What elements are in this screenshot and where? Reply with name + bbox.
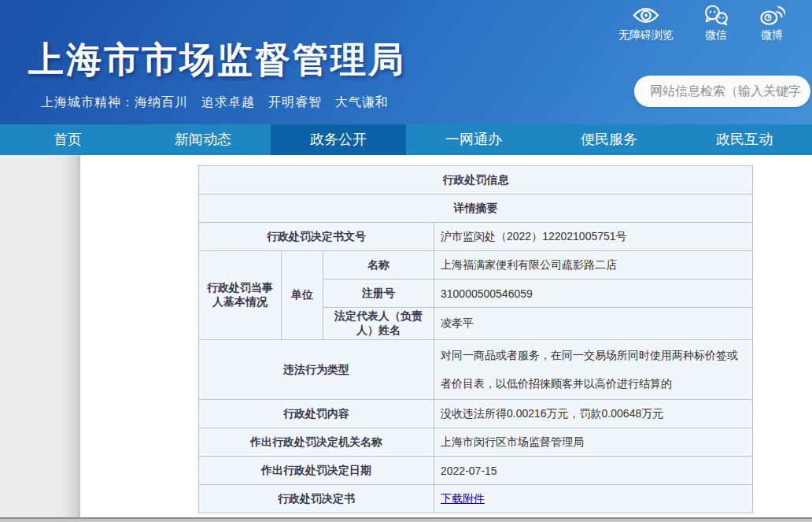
authority-value: 上海市闵行区市场监督管理局 xyxy=(434,428,753,457)
violation-type-value: 对同一商品或者服务，在同一交易场所同时使用两种标价签或者价目表，以低价招徕顾客并… xyxy=(434,340,753,400)
table-row: 行政处罚当事人基本情况 单位 名称 上海福满家便利有限公司疏影路二店 xyxy=(199,251,753,280)
penalty-info-table: 行政处罚信息 详情摘要 行政处罚决定书文号 沪市监闵处（2022）1220210… xyxy=(198,165,753,513)
decision-date-label: 作出行政处罚决定日期 xyxy=(199,457,434,485)
table-row: 详情摘要 xyxy=(199,194,753,223)
penalty-content-value: 没收违法所得0.00216万元，罚款0.00648万元 xyxy=(434,400,753,428)
table-row: 行政处罚信息 xyxy=(199,166,753,194)
main-content: 行政处罚信息 详情摘要 行政处罚决定书文号 沪市监闵处（2022）1220210… xyxy=(0,155,812,522)
decision-date-value: 2022-07-15 xyxy=(434,457,753,485)
bottom-divider xyxy=(0,517,812,522)
site-search-box[interactable] xyxy=(634,76,810,107)
nav-item-home[interactable]: 首页 xyxy=(0,124,135,155)
page: 上海市市场监督管理局 上海城市精神：海纳百川 追求卓越 开明睿智 大气谦和 无障… xyxy=(0,0,812,522)
accessibility-link[interactable]: 无障碍浏览 xyxy=(618,5,674,43)
wechat-label: 微信 xyxy=(705,28,727,43)
party-basic-info-label: 行政处罚当事人基本情况 xyxy=(199,251,282,340)
legal-rep-value: 凌孝平 xyxy=(434,308,753,340)
accessibility-label: 无障碍浏览 xyxy=(618,28,674,43)
summary-title: 详情摘要 xyxy=(199,194,753,223)
party-name-value: 上海福满家便利有限公司疏影路二店 xyxy=(434,251,753,280)
table-row: 作出行政处罚决定日期 2022-07-15 xyxy=(199,457,753,485)
site-header: 上海市市场监督管理局 上海城市精神：海纳百川 追求卓越 开明睿智 大气谦和 无障… xyxy=(0,0,812,124)
nav-item-interaction[interactable]: 政民互动 xyxy=(677,124,812,155)
nav-item-one-stop[interactable]: 一网通办 xyxy=(406,124,541,155)
nav-item-public-service[interactable]: 便民服务 xyxy=(541,124,677,155)
table-row: 作出行政处罚决定机关名称 上海市闵行区市场监督管理局 xyxy=(199,428,753,457)
table-title: 行政处罚信息 xyxy=(199,166,753,194)
weibo-link[interactable]: 微博 xyxy=(758,5,785,43)
reg-no-label: 注册号 xyxy=(323,280,434,308)
accessibility-eye-icon xyxy=(633,5,659,26)
legal-rep-label: 法定代表人（负责人）姓名 xyxy=(323,308,434,340)
main-nav: 首页 新闻动态 政务公开 一网通办 便民服务 政民互动 xyxy=(0,124,812,155)
weibo-label: 微博 xyxy=(761,28,783,43)
table-row: 违法行为类型 对同一商品或者服务，在同一交易场所同时使用两种标价签或者价目表，以… xyxy=(199,340,753,400)
doc-number-value: 沪市监闵处（2022）122021005751号 xyxy=(434,223,753,251)
authority-label: 作出行政处罚决定机关名称 xyxy=(199,428,434,457)
party-name-label: 名称 xyxy=(323,251,434,280)
table-row: 行政处罚内容 没收违法所得0.00216万元，罚款0.00648万元 xyxy=(199,400,753,428)
decision-doc-value: 下载附件 xyxy=(434,485,753,513)
wechat-bubbles-icon xyxy=(703,5,729,26)
site-title: 上海市市场监督管理局 xyxy=(28,36,406,83)
violation-type-label: 违法行为类型 xyxy=(199,340,434,400)
header-quick-links: 无障碍浏览 微信 xyxy=(618,5,785,43)
download-attachment-link[interactable]: 下载附件 xyxy=(441,492,485,505)
penalty-content-label: 行政处罚内容 xyxy=(199,400,434,428)
table-row: 行政处罚决定书文号 沪市监闵处（2022）122021005751号 xyxy=(199,223,753,251)
party-unit-label: 单位 xyxy=(282,251,323,340)
nav-item-gov-affairs[interactable]: 政务公开 xyxy=(271,124,406,155)
weibo-icon xyxy=(758,5,785,26)
wechat-link[interactable]: 微信 xyxy=(703,5,729,43)
doc-number-label: 行政处罚决定书文号 xyxy=(199,223,434,251)
site-subtitle: 上海城市精神：海纳百川 追求卓越 开明睿智 大气谦和 xyxy=(41,94,389,111)
reg-no-value: 310000500546059 xyxy=(434,280,753,308)
search-input[interactable] xyxy=(634,84,810,98)
decision-doc-label: 行政处罚决定书 xyxy=(199,485,434,513)
nav-item-news[interactable]: 新闻动态 xyxy=(135,124,271,155)
table-row: 行政处罚决定书 下载附件 xyxy=(199,485,753,513)
left-gutter xyxy=(0,155,80,517)
